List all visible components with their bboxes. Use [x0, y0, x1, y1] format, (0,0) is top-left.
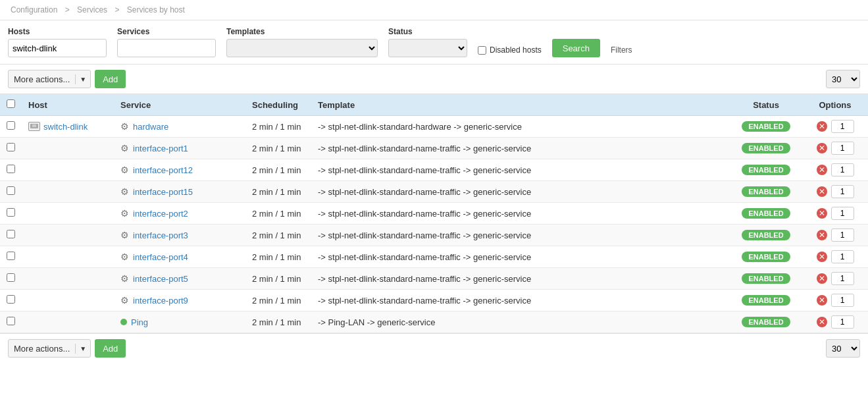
service-link[interactable]: interface-port3 [133, 230, 188, 240]
row-checkbox[interactable] [7, 317, 15, 325]
row-checkbox[interactable] [7, 165, 15, 173]
order-input[interactable] [831, 315, 854, 329]
delete-icon[interactable]: ✕ [817, 208, 827, 219]
status-badge: ENABLED [742, 121, 790, 132]
delete-icon[interactable]: ✕ [817, 317, 827, 327]
order-input[interactable] [831, 272, 854, 285]
order-input[interactable] [831, 185, 854, 198]
scheduling-cell: 2 min / 1 min [245, 290, 311, 311]
row-checkbox[interactable] [7, 252, 15, 260]
more-actions-label: More actions... [9, 74, 76, 84]
service-link[interactable]: interface-port1 [133, 144, 188, 153]
row-checkbox[interactable] [7, 230, 15, 238]
table-row: Ping2 min / 1 min-> Ping-LAN -> generic-… [0, 311, 868, 333]
host-cell [22, 246, 114, 268]
service-link[interactable]: interface-port2 [133, 209, 188, 219]
service-link[interactable]: interface-port12 [133, 165, 193, 175]
header-options: Options [802, 94, 868, 116]
service-link[interactable]: interface-port15 [133, 187, 193, 197]
header-host: Host [22, 94, 114, 116]
bottom-toolbar: More actions... ▼ Add 30 50 100 [0, 333, 868, 363]
header-status: Status [730, 94, 802, 116]
disabled-hosts-group: Disabled hosts [478, 45, 542, 56]
delete-icon[interactable]: ✕ [817, 273, 827, 284]
row-checkbox[interactable] [7, 121, 15, 130]
row-checkbox[interactable] [7, 143, 15, 151]
order-input[interactable] [831, 142, 854, 155]
status-select[interactable] [388, 39, 467, 57]
host-link[interactable]: switch-dlink [43, 122, 88, 132]
table-header-row: Host Service Scheduling Template Status … [0, 94, 868, 116]
templates-select[interactable] [226, 39, 378, 57]
delete-icon[interactable]: ✕ [817, 165, 827, 175]
table-row: ⚙interface-port42 min / 1 min-> stpl-net… [0, 246, 868, 268]
scheduling-cell: 2 min / 1 min [245, 246, 311, 268]
table-row: switch-dlink⚙hardware2 min / 1 min-> stp… [0, 116, 868, 138]
service-cell: ⚙interface-port12 [114, 159, 245, 181]
template-cell: -> stpl-net-dlink-standard-name-traffic … [311, 203, 730, 225]
table-row: ⚙interface-port122 min / 1 min-> stpl-ne… [0, 159, 868, 181]
gear-icon: ⚙ [120, 230, 129, 240]
header-checkbox-col [0, 94, 22, 116]
status-badge: ENABLED [742, 186, 790, 197]
order-input[interactable] [831, 207, 854, 220]
service-cell: ⚙interface-port9 [114, 290, 245, 311]
service-link[interactable]: interface-port5 [133, 274, 188, 284]
status-badge: ENABLED [742, 317, 790, 327]
header-service: Service [114, 94, 245, 116]
options-cell: ✕ [802, 311, 868, 333]
order-input[interactable] [831, 163, 854, 176]
gear-icon: ⚙ [120, 295, 129, 306]
template-cell: -> stpl-net-dlink-standard-hardware -> g… [311, 116, 730, 138]
select-all-checkbox[interactable] [7, 99, 15, 108]
hosts-filter-group: Hosts [8, 27, 107, 57]
bottom-add-button[interactable]: Add [95, 339, 126, 358]
status-cell: ENABLED [730, 311, 802, 333]
services-input[interactable] [117, 39, 216, 57]
row-checkbox[interactable] [7, 208, 15, 217]
services-table: Host Service Scheduling Template Status … [0, 94, 868, 333]
more-actions-dropdown[interactable]: More actions... ▼ [8, 70, 91, 88]
row-checkbox[interactable] [7, 273, 15, 282]
delete-icon[interactable]: ✕ [817, 143, 827, 153]
scheduling-cell: 2 min / 1 min [245, 268, 311, 290]
add-button[interactable]: Add [95, 70, 126, 88]
bottom-per-page-dropdown[interactable]: 30 50 100 [826, 339, 860, 358]
search-button[interactable]: Search [552, 39, 600, 57]
row-checkbox[interactable] [7, 295, 15, 304]
scheduling-cell: 2 min / 1 min [245, 181, 311, 203]
order-input[interactable] [831, 250, 854, 263]
delete-icon[interactable]: ✕ [817, 186, 827, 197]
gear-icon: ⚙ [120, 143, 129, 153]
order-input[interactable] [831, 228, 854, 242]
delete-icon[interactable]: ✕ [817, 252, 827, 262]
service-link[interactable]: hardware [133, 122, 168, 132]
per-page-dropdown[interactable]: 30 50 100 [826, 70, 860, 88]
status-cell: ENABLED [730, 268, 802, 290]
breadcrumb-services[interactable]: Services [77, 5, 107, 14]
status-cell: ENABLED [730, 116, 802, 138]
service-link[interactable]: interface-port9 [133, 296, 188, 306]
bottom-more-actions-dropdown[interactable]: More actions... ▼ [8, 339, 91, 358]
order-input[interactable] [831, 120, 854, 133]
template-cell: -> stpl-net-dlink-standard-name-traffic … [311, 159, 730, 181]
breadcrumb-sep2: > [115, 5, 121, 14]
service-link[interactable]: interface-port4 [133, 252, 188, 262]
service-link[interactable]: Ping [131, 317, 148, 327]
delete-icon[interactable]: ✕ [817, 121, 827, 132]
disabled-hosts-checkbox[interactable] [478, 46, 486, 55]
delete-icon[interactable]: ✕ [817, 230, 827, 240]
table-row: ⚙interface-port12 min / 1 min-> stpl-net… [0, 138, 868, 159]
service-cell: ⚙interface-port3 [114, 225, 245, 246]
order-input[interactable] [831, 294, 854, 307]
breadcrumb-configuration[interactable]: Configuration [11, 5, 57, 14]
header-template: Template [311, 94, 730, 116]
templates-filter-group: Templates [226, 27, 378, 57]
table-row: ⚙interface-port152 min / 1 min-> stpl-ne… [0, 181, 868, 203]
row-checkbox[interactable] [7, 186, 15, 195]
delete-icon[interactable]: ✕ [817, 295, 827, 306]
options-cell: ✕ [802, 138, 868, 159]
hosts-input[interactable] [8, 39, 107, 57]
service-cell: ⚙interface-port5 [114, 268, 245, 290]
status-cell: ENABLED [730, 290, 802, 311]
